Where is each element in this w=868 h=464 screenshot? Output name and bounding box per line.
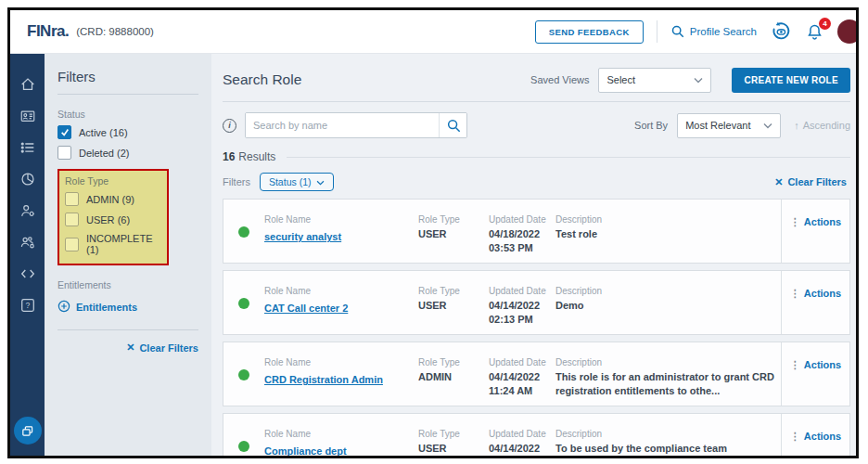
actions-label: Actions <box>804 431 841 442</box>
column-label-updated-date: Updated Date <box>489 286 546 296</box>
saved-views-group: Saved Views Select CREATE NEW ROLE <box>530 68 850 93</box>
filters-title: Filters <box>57 69 198 84</box>
status-filter-chip[interactable]: Status (1) <box>260 173 335 191</box>
chip-label: Status (1) <box>269 176 312 187</box>
role-row: Role Name security analyst Role Type USE… <box>223 199 850 264</box>
column-label-updated-date: Updated Date <box>489 214 546 225</box>
option-count: (16) <box>109 127 128 138</box>
sort-by-label: Sort By <box>634 120 668 131</box>
role-type-value: ADMIN <box>418 370 460 384</box>
clear-filters-label: Clear Filters <box>139 342 198 354</box>
pie-chart-icon[interactable] <box>19 171 36 187</box>
role-name-link[interactable]: security analyst <box>264 231 341 242</box>
column-label-role-name: Role Name <box>264 429 347 439</box>
option-label: INCOMPLETE <box>86 233 153 244</box>
filter-checkbox-incomplete[interactable]: INCOMPLETE (1) <box>65 233 161 255</box>
recently-viewed-button[interactable] <box>770 20 792 43</box>
actions-label: Actions <box>804 359 841 370</box>
filters-panel: Filters Status Active (16) Deleted (2) R… <box>45 54 211 456</box>
option-label: Active <box>79 127 107 138</box>
role-row: Role Name Compliance dept Role Type USER… <box>223 413 850 456</box>
actions-button[interactable]: ⋮ Actions <box>781 271 849 334</box>
notification-badge: 4 <box>819 18 831 30</box>
sort-select[interactable]: Most Relevant <box>677 113 781 138</box>
column-label-updated-date: Updated Date <box>489 357 546 367</box>
checkbox-unchecked-icon[interactable] <box>57 146 71 160</box>
updated-date-value: 04/14/2022 <box>489 442 546 456</box>
option-label: Deleted <box>79 148 114 159</box>
app-window: FINra. (CRD: 9888000) SEND FEEDBACK Prof… <box>7 7 859 458</box>
home-icon[interactable] <box>19 76 36 93</box>
panel-clear-filters-link[interactable]: ✕ Clear Filters <box>57 342 198 354</box>
code-icon[interactable] <box>19 265 36 282</box>
checklist-icon[interactable] <box>19 139 36 156</box>
column-label-description: Description <box>555 214 785 225</box>
chevron-down-icon <box>316 176 325 187</box>
checkbox-unchecked-icon[interactable] <box>65 213 79 226</box>
filter-checkbox-deleted[interactable]: Deleted (2) <box>57 146 198 160</box>
topbar: FINra. (CRD: 9888000) SEND FEEDBACK Prof… <box>10 10 856 54</box>
column-label-updated-date: Updated Date <box>489 429 546 439</box>
updated-time-value: 03:53 PM <box>489 241 546 255</box>
updated-date-value: 04/18/2022 <box>489 227 546 241</box>
role-name-link[interactable]: CRD Registration Admin <box>264 374 383 385</box>
clear-filters-link[interactable]: ✕ Clear Filters <box>774 176 847 188</box>
option-label: ADMIN <box>86 194 119 205</box>
actions-button[interactable]: ⋮ Actions <box>781 342 849 406</box>
column-label-role-type: Role Type <box>418 357 460 367</box>
widget-fab-button[interactable] <box>14 417 42 445</box>
role-name-link[interactable]: CAT Call center 2 <box>264 303 348 314</box>
profile-search-link[interactable]: Profile Search <box>670 24 757 40</box>
saved-views-select[interactable]: Select <box>598 68 711 93</box>
role-type-value: USER <box>418 299 460 313</box>
user-avatar[interactable] <box>837 19 859 44</box>
search-submit-button[interactable] <box>439 113 466 137</box>
checkbox-unchecked-icon[interactable] <box>65 238 79 251</box>
create-new-role-button[interactable]: CREATE NEW ROLE <box>732 68 850 93</box>
help-icon[interactable]: ? <box>19 297 36 314</box>
role-type-value: USER <box>418 442 460 456</box>
send-feedback-button[interactable]: SEND FEEDBACK <box>535 20 644 44</box>
info-icon[interactable]: i <box>223 119 236 133</box>
clear-filters-label: Clear Filters <box>787 176 847 187</box>
id-card-icon[interactable] <box>19 108 36 124</box>
option-count: (9) <box>122 194 134 205</box>
actions-button[interactable]: ⋮ Actions <box>781 200 849 263</box>
body: ? Filters Status Active (16) <box>10 54 856 456</box>
notifications-button[interactable]: 4 <box>805 22 824 42</box>
sort-value: Most Relevant <box>685 120 750 131</box>
applied-filters-label: Filters <box>223 176 250 187</box>
filters-divider <box>57 329 198 330</box>
option-label: USER <box>86 214 115 226</box>
results-row: 16 Results <box>223 150 850 163</box>
checkbox-checked-icon[interactable] <box>57 125 71 139</box>
search-icon <box>670 24 684 40</box>
search-input[interactable] <box>246 113 439 137</box>
description-value: This role is for an administrator to gra… <box>555 370 785 398</box>
column-label-role-name: Role Name <box>264 286 348 296</box>
checkbox-unchecked-icon[interactable] <box>65 192 79 206</box>
user-settings-icon[interactable] <box>19 202 36 219</box>
role-name-link[interactable]: Compliance dept <box>264 445 347 456</box>
results-word: Results <box>238 150 275 163</box>
sort-group: Sort By Most Relevant ↑ Ascending <box>634 113 850 138</box>
option-count: (1) <box>86 244 98 255</box>
finra-logo: FINra. <box>27 22 69 41</box>
ascending-toggle[interactable]: ↑ Ascending <box>794 120 850 131</box>
group-settings-icon[interactable] <box>19 234 36 251</box>
description-value: Test role <box>555 227 785 241</box>
add-entitlements-link[interactable]: Entitlements <box>57 300 198 315</box>
filter-checkbox-active[interactable]: Active (16) <box>57 125 198 139</box>
kebab-icon: ⋮ <box>790 288 800 300</box>
filters-divider <box>57 94 198 95</box>
column-label-role-type: Role Type <box>418 214 460 225</box>
filter-checkbox-admin[interactable]: ADMIN (9) <box>65 192 161 206</box>
history-eye-icon <box>770 20 792 43</box>
actions-button[interactable]: ⋮ Actions <box>781 414 849 456</box>
kebab-icon: ⋮ <box>790 359 800 371</box>
kebab-icon: ⋮ <box>790 431 800 443</box>
topbar-actions: SEND FEEDBACK Profile Search <box>535 19 845 44</box>
updated-time-value: 02:13 PM <box>489 313 546 327</box>
role-row: Role Name CAT Call center 2 Role Type US… <box>223 270 850 335</box>
filter-checkbox-user[interactable]: USER (6) <box>65 213 161 226</box>
